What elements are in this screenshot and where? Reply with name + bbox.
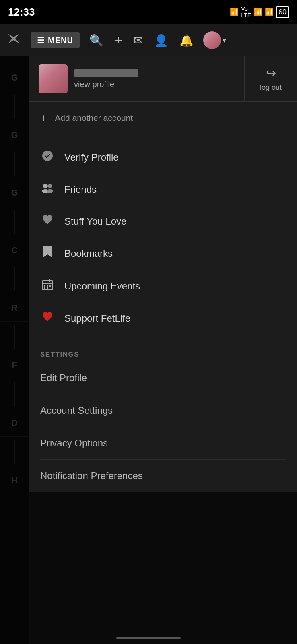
events-label: Upcoming Events	[64, 281, 140, 292]
menu-item-love[interactable]: Stuff You Love	[29, 205, 297, 237]
verify-label: Verify Profile	[64, 152, 119, 163]
sidebar-bar-2	[14, 152, 15, 176]
sidebar-letter-7: D	[0, 410, 29, 437]
heart-icon	[40, 214, 55, 228]
profile-username	[74, 69, 138, 77]
settings-items-list: Edit Profile Account Settings Privacy Op…	[40, 362, 286, 492]
main-content: G G G C R F D H v	[0, 56, 297, 644]
status-time: 12:33	[8, 6, 35, 19]
status-bar: 12:33 📶 VoLTE 📶 📶 60	[0, 0, 297, 24]
add-account-icon: +	[40, 111, 47, 124]
menu-item-verify[interactable]: Verify Profile	[29, 141, 297, 173]
menu-items-list: Verify Profile Friends	[29, 134, 297, 341]
settings-item-privacy[interactable]: Privacy Options	[40, 427, 286, 460]
friends-label: Friends	[64, 184, 97, 195]
svg-rect-12	[50, 285, 51, 287]
add-button[interactable]: +	[113, 31, 124, 50]
edit-profile-label: Edit Profile	[40, 372, 87, 383]
profile-button[interactable]: 👤	[153, 32, 170, 49]
svg-rect-13	[44, 287, 45, 289]
avatar-dropdown[interactable]: ▾	[203, 31, 226, 49]
sidebar-bar-6	[14, 382, 15, 407]
sidebar-bar-3	[14, 210, 15, 234]
menu-item-support[interactable]: Support FetLife	[29, 302, 297, 334]
chevron-down-icon: ▾	[223, 36, 226, 45]
settings-item-account[interactable]: Account Settings	[40, 394, 286, 427]
add-account-row[interactable]: + Add another account	[29, 102, 297, 134]
menu-lines-icon: ☰	[37, 35, 45, 45]
profile-left[interactable]: view profile	[29, 56, 245, 101]
person-icon: 👤	[154, 34, 168, 47]
top-nav: ☰ MENU 🔍 + ✉ 👤 🔔 ▾	[0, 24, 297, 56]
svg-point-4	[47, 189, 53, 193]
menu-button[interactable]: ☰ MENU	[31, 32, 80, 48]
add-account-label: Add another account	[55, 113, 133, 123]
svg-rect-14	[47, 287, 48, 289]
view-profile-link[interactable]: view profile	[74, 80, 138, 89]
notification-preferences-label: Notification Preferences	[40, 470, 143, 481]
friends-icon	[40, 182, 55, 196]
sidebar-letter-5: R	[0, 295, 29, 322]
menu-item-friends[interactable]: Friends	[29, 173, 297, 205]
avatar	[203, 31, 221, 49]
settings-section-label: SETTINGS	[40, 351, 286, 359]
account-settings-label: Account Settings	[40, 405, 113, 416]
svg-rect-11	[47, 285, 48, 287]
wifi-icon: 📶	[230, 8, 239, 17]
battery-icon: 60	[276, 6, 289, 18]
home-indicator	[116, 637, 181, 639]
search-icon: 🔍	[89, 34, 103, 47]
menu-item-bookmarks[interactable]: Bookmarks	[29, 237, 297, 270]
search-button[interactable]: 🔍	[88, 32, 105, 49]
profile-info: view profile	[74, 69, 138, 89]
sidebar-letter-4: C	[0, 237, 29, 264]
svg-point-0	[42, 151, 53, 161]
profile-avatar	[39, 64, 68, 93]
love-label: Stuff You Love	[64, 216, 126, 227]
support-label: Support FetLife	[64, 313, 130, 324]
privacy-options-label: Privacy Options	[40, 438, 108, 448]
sidebar-bar-5	[14, 325, 15, 349]
mail-button[interactable]: ✉	[132, 32, 144, 49]
logout-icon: ↪	[266, 66, 276, 80]
svg-point-1	[43, 184, 48, 188]
plus-icon: +	[115, 33, 122, 47]
calendar-icon	[40, 279, 55, 293]
sidebar-letter-2: G	[0, 122, 29, 149]
bookmarks-label: Bookmarks	[64, 248, 113, 259]
menu-label: MENU	[48, 36, 73, 45]
bell-icon: 🔔	[179, 34, 194, 47]
signal-text: VoLTE	[241, 6, 251, 19]
sidebar-bar-1	[14, 95, 15, 119]
menu-item-events[interactable]: Upcoming Events	[29, 270, 297, 302]
sidebar-bar-7	[14, 440, 15, 464]
svg-rect-10	[44, 285, 45, 287]
verify-icon	[40, 150, 55, 165]
sidebar-letter-6: F	[0, 352, 29, 379]
sidebar-partial: G G G C R F D H	[0, 56, 29, 644]
logo	[6, 31, 21, 49]
dropdown-menu: view profile ↪ log out + Add another acc…	[29, 56, 297, 492]
signal-icon-2: 📶	[265, 8, 274, 17]
logout-section[interactable]: ↪ log out	[245, 56, 297, 101]
mail-icon: ✉	[134, 34, 143, 47]
signal-icon-1: 📶	[254, 8, 262, 17]
sidebar-letter-1: G	[0, 64, 29, 91]
sidebar-bar-4	[14, 267, 15, 291]
support-heart-icon	[40, 311, 55, 325]
bookmark-icon	[40, 246, 55, 261]
sidebar-letter-3: G	[0, 180, 29, 206]
bell-button[interactable]: 🔔	[178, 32, 195, 49]
sidebar-letter-8: H	[0, 467, 29, 494]
settings-item-notifications[interactable]: Notification Preferences	[40, 460, 286, 492]
logout-label: log out	[260, 83, 282, 92]
svg-point-2	[48, 184, 52, 188]
status-icons: 📶 VoLTE 📶 📶 60	[230, 6, 289, 19]
profile-section: view profile ↪ log out	[29, 56, 297, 102]
settings-section: SETTINGS Edit Profile Account Settings P…	[29, 341, 297, 492]
svg-marker-5	[43, 246, 52, 257]
settings-item-edit-profile[interactable]: Edit Profile	[40, 362, 286, 394]
